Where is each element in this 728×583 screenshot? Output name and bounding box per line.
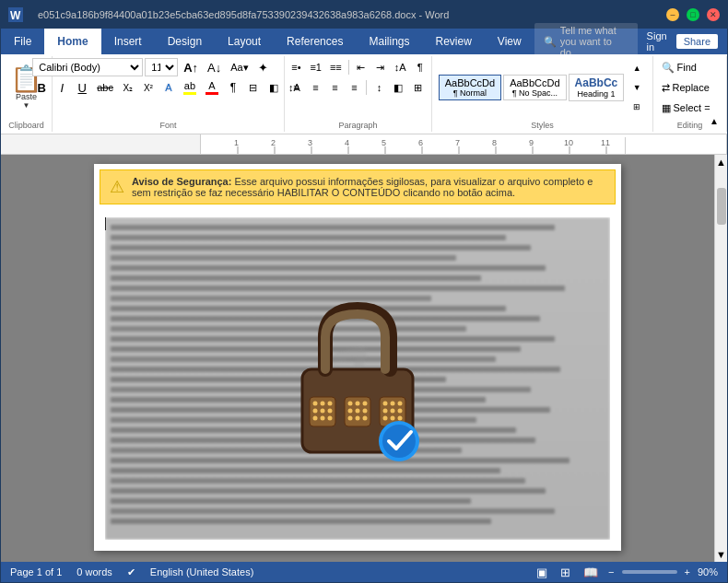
maximize-button[interactable]: □ <box>687 8 699 21</box>
close-button[interactable]: ✕ <box>707 8 720 21</box>
ruler-inner: 1 2 3 4 5 6 7 8 9 <box>200 134 727 154</box>
title-bar-left: W e051c9a186b9f84400a01b23e5cba63ed895d8… <box>8 7 449 22</box>
tab-file[interactable]: File <box>1 29 44 54</box>
text-effect-button[interactable]: A <box>159 78 178 97</box>
svg-point-56 <box>391 416 395 421</box>
read-mode-button[interactable]: 📖 <box>581 566 601 579</box>
svg-text:3: 3 <box>308 138 312 147</box>
status-bar-right: ▣ ⊞ 📖 − + 90% <box>534 566 718 579</box>
blurred-document: 7 <box>105 217 610 540</box>
document-page: ⚠ Aviso de Segurança: Esse arquivo possu… <box>94 164 621 551</box>
fake-line <box>111 286 565 291</box>
print-layout-button[interactable]: ▣ <box>534 566 550 579</box>
ruler: 1 2 3 4 5 6 7 8 9 <box>1 134 727 155</box>
svg-text:W: W <box>10 9 21 22</box>
shading-para-button[interactable]: ◧ <box>389 78 407 97</box>
zoom-percentage[interactable]: 90% <box>698 566 718 577</box>
increase-indent-button[interactable]: ⇥ <box>371 58 390 76</box>
scroll-up-button[interactable]: ▲ <box>714 155 727 169</box>
change-case-button[interactable]: Aa▾ <box>227 58 252 76</box>
line-spacing-button[interactable]: ↕ <box>370 78 388 97</box>
decrease-indent-button[interactable]: ⇤ <box>352 58 370 76</box>
numbering-button[interactable]: ≡1 <box>306 58 325 76</box>
collapse-ribbon-button[interactable]: ▲ <box>705 111 723 130</box>
style-heading1[interactable]: AaBbCc Heading 1 <box>569 74 625 101</box>
find-button[interactable]: 🔍 Find <box>658 58 722 76</box>
align-center-button[interactable]: ≡ <box>306 78 324 97</box>
svg-point-50 <box>391 402 395 406</box>
shading-button[interactable]: ◧ <box>264 78 283 97</box>
security-bar: ⚠ Aviso de Segurança: Esse arquivo possu… <box>100 169 616 204</box>
tab-review[interactable]: Review <box>422 29 484 54</box>
para-row2: ≡ ≡ ≡ ≡ ↕ ◧ ⊞ <box>287 78 427 97</box>
tab-references[interactable]: References <box>274 29 356 54</box>
justify-button[interactable]: ≡ <box>345 78 363 97</box>
language[interactable]: English (United States) <box>150 566 254 577</box>
highlight-color-bar <box>183 92 196 95</box>
replace-button[interactable]: ⇄ Replace <box>658 78 722 97</box>
style-normal[interactable]: AaBbCcDd ¶ Normal <box>439 75 501 100</box>
bullets-button[interactable]: ≡• <box>287 58 305 76</box>
share-button[interactable]: Share <box>676 34 718 49</box>
styles-up-button[interactable]: ▲ <box>628 59 646 77</box>
signin-link[interactable]: Sign in <box>647 30 667 52</box>
spell-check-icon[interactable]: ✔ <box>127 566 135 578</box>
font-grow-button[interactable]: A↑ <box>180 58 202 76</box>
align-right-button[interactable]: ≡ <box>325 78 344 97</box>
font-shrink-button[interactable]: A↓ <box>204 58 225 76</box>
page-info: Page 1 of 1 <box>10 566 62 577</box>
para-controls: ≡• ≡1 ≡≡ ⇤ ⇥ ↕A ¶ ≡ ≡ ≡ ≡ ↕ ◧ <box>287 58 429 130</box>
sort-para-button[interactable]: ↕A <box>391 58 410 76</box>
tab-insert[interactable]: Insert <box>101 29 155 54</box>
fake-line <box>111 225 555 230</box>
superscript-button[interactable]: X² <box>139 78 158 97</box>
font-color-bar <box>205 92 218 95</box>
show-formatting-button[interactable]: ¶ <box>411 58 429 76</box>
svg-text:7: 7 <box>455 138 460 147</box>
border-button[interactable]: ⊟ <box>244 78 263 97</box>
tab-layout[interactable]: Layout <box>215 29 274 54</box>
border-para-button[interactable]: ⊞ <box>408 78 427 97</box>
web-layout-button[interactable]: ⊞ <box>558 566 573 579</box>
svg-text:8: 8 <box>492 138 497 147</box>
paragraph-mark-button[interactable]: ¶ <box>224 78 242 97</box>
font-row2: B I U abc X₂ X² A ab A ¶ ⊟ <box>32 78 304 97</box>
zoom-slider[interactable] <box>622 570 677 574</box>
strikethrough-button[interactable]: abc <box>93 78 117 97</box>
doc-content[interactable]: 7 <box>94 210 621 547</box>
font-size-select[interactable]: 11 <box>145 58 178 76</box>
align-left-button[interactable]: ≡ <box>287 78 305 97</box>
doc-area[interactable]: ⚠ Aviso de Segurança: Esse arquivo possu… <box>1 155 714 562</box>
multilevel-button[interactable]: ≡≡ <box>326 58 346 76</box>
style-nospace[interactable]: AaBbCcDd ¶ No Spac... <box>503 75 566 100</box>
security-text: Aviso de Segurança: Esse arquivo possui … <box>132 176 605 198</box>
clear-format-button[interactable]: ✦ <box>254 58 273 76</box>
styles-expand-button[interactable]: ⊞ <box>628 98 646 116</box>
bold-button[interactable]: B <box>32 78 51 97</box>
italic-button[interactable]: I <box>53 78 71 97</box>
font-family-select[interactable]: Calibri (Body) <box>32 58 143 76</box>
highlight-color-button[interactable]: ab <box>180 78 200 97</box>
underline-button[interactable]: U <box>73 78 91 97</box>
svg-point-45 <box>363 409 368 414</box>
paragraph-label: Paragraph <box>285 121 431 130</box>
zoom-in-icon[interactable]: + <box>685 566 690 577</box>
tab-mailings[interactable]: Mailings <box>356 29 422 54</box>
tab-view[interactable]: View <box>485 29 534 54</box>
scroll-thumb[interactable] <box>717 188 726 225</box>
subscript-button[interactable]: X₂ <box>119 78 137 97</box>
scroll-down-button[interactable]: ▼ <box>714 547 727 562</box>
minimize-button[interactable]: – <box>666 8 679 21</box>
svg-point-32 <box>321 402 325 406</box>
font-group: Calibri (Body) 11 A↑ A↓ Aa▾ ✦ B I U abc … <box>53 56 285 132</box>
font-row1: Calibri (Body) 11 A↑ A↓ Aa▾ ✦ <box>32 58 273 76</box>
font-color-button[interactable]: A <box>202 78 222 97</box>
svg-point-52 <box>383 409 388 414</box>
styles-down-button[interactable]: ▼ <box>628 78 646 97</box>
zoom-out-icon[interactable]: − <box>608 566 614 577</box>
tab-home[interactable]: Home <box>44 29 100 54</box>
tab-design[interactable]: Design <box>155 29 215 54</box>
vertical-scrollbar[interactable]: ▲ ▼ <box>714 155 727 562</box>
highlight-icon: ab <box>184 80 195 91</box>
ruler-svg: 1 2 3 4 5 6 7 8 9 <box>201 137 726 154</box>
